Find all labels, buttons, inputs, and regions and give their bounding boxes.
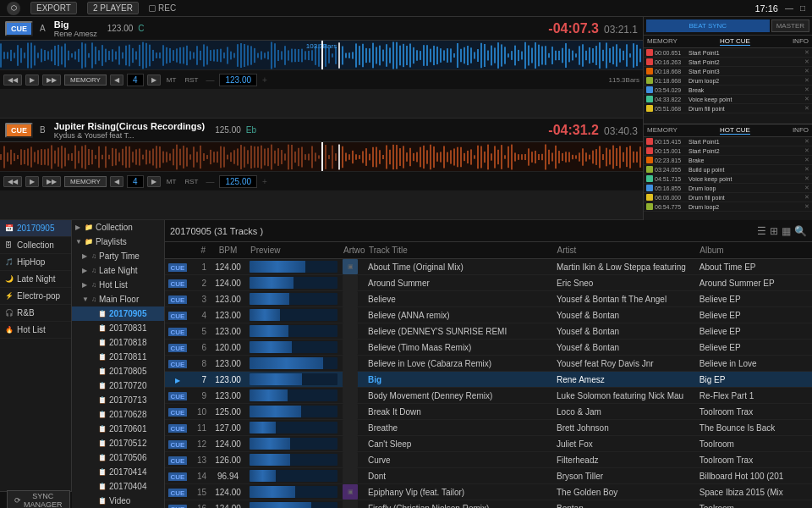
cue-item[interactable]: 00:00.651 Start Point1 ✕ <box>644 48 812 58</box>
tree-item-video[interactable]: 📋 Video <box>72 494 164 508</box>
tree-item-20170831[interactable]: 📋 20170831 <box>72 321 164 335</box>
cue-item[interactable]: 06:06.000 Drum fill point ✕ <box>644 193 812 202</box>
cue-button[interactable]: CUE <box>168 312 188 320</box>
cue-delete-icon[interactable]: ✕ <box>804 49 809 56</box>
table-row[interactable]: CUE 15 124.00 ▣ Epiphany Vip (feat. Tail… <box>165 484 812 500</box>
deck-a-fwd-btn[interactable]: ▶▶ <box>42 75 61 86</box>
cue-button[interactable]: CUE <box>168 295 188 304</box>
search-icon[interactable]: 🔍 <box>794 225 807 237</box>
table-row[interactable]: CUE 1 124.00 ▣ About Time (Original Mix)… <box>165 259 812 275</box>
cue-delete-icon[interactable]: ✕ <box>804 185 809 191</box>
tree-item-20170628[interactable]: 📋 20170628 <box>72 407 164 422</box>
cue-item[interactable]: 04:51.715 Voice keep point ✕ <box>644 174 812 184</box>
player-button[interactable]: 2 PLAYER <box>87 2 139 14</box>
hot-cue-tab-a[interactable]: HOT CUE <box>720 37 750 46</box>
cue-item[interactable]: 00:16.263 Start Point2 ✕ <box>644 58 812 67</box>
sidebar-item-hot-list[interactable]: 🔥 Hot List <box>0 322 71 339</box>
cue-button[interactable]: CUE <box>168 472 188 481</box>
table-row[interactable]: CUE 5 123.00 Believe (DENNEY'S SUNRISE R… <box>165 323 812 340</box>
cue-button[interactable]: CUE <box>168 279 188 288</box>
deck-a-next-btn[interactable]: ▶ <box>147 75 161 86</box>
cue-button[interactable]: CUE <box>168 344 188 352</box>
deck-a-prev-btn[interactable]: ◀ <box>110 75 123 86</box>
window-minimize[interactable]: — <box>785 3 793 13</box>
deck-a-play-btn[interactable]: ▶ <box>25 75 39 86</box>
cue-delete-icon[interactable]: ✕ <box>804 203 809 210</box>
deck-b-cue-button[interactable]: CUE <box>5 123 33 138</box>
tree-item-20170811[interactable]: 📋 20170811 <box>72 350 164 364</box>
deck-b-back-btn[interactable]: ◀◀ <box>3 176 22 187</box>
info-tab-a[interactable]: INFO <box>793 37 809 46</box>
tree-item-20170512[interactable]: 📋 20170512 <box>72 436 164 450</box>
cue-delete-icon[interactable]: ✕ <box>804 77 809 84</box>
memory-tab-a[interactable]: MEMORY <box>647 37 678 46</box>
cue-button[interactable]: CUE <box>168 489 188 497</box>
cue-delete-icon[interactable]: ✕ <box>804 58 809 65</box>
memory-tab-b[interactable]: MEMORY <box>647 126 678 135</box>
table-row[interactable]: CUE 14 96.94 Dont Bryson Tiller Billboar… <box>165 468 812 484</box>
deck-b-next-btn[interactable]: ▶ <box>147 176 161 187</box>
tree-item-20170818[interactable]: 📋 20170818 <box>72 335 164 350</box>
cue-delete-icon[interactable]: ✕ <box>804 68 809 75</box>
tree-item-collection[interactable]: ▶ 📁 Collection <box>72 220 164 235</box>
cue-button[interactable]: CUE <box>168 263 188 272</box>
table-row[interactable]: CUE 13 126.00 Curve Filterheadz Toolroom… <box>165 452 812 468</box>
tree-item-hot-list[interactable]: ▶ ♫ Hot List <box>72 278 164 292</box>
table-row[interactable]: CUE 3 123.00 Believe Yousef & Bontan ft … <box>165 291 812 307</box>
cue-button[interactable]: CUE <box>168 328 188 336</box>
tree-item-late-night[interactable]: ▶ ♫ Late Night <box>72 263 164 278</box>
cue-delete-icon[interactable]: ✕ <box>804 147 809 154</box>
cue-item[interactable]: 06:54.775 Drum loop2 ✕ <box>644 202 812 212</box>
master-button[interactable]: MASTER <box>771 19 809 32</box>
grid-view-icon[interactable]: ⊞ <box>770 225 778 237</box>
cue-delete-icon[interactable]: ✕ <box>804 175 809 182</box>
tree-item-20170414[interactable]: 📋 20170414 <box>72 465 164 479</box>
tree-item-20170506[interactable]: 📋 20170506 <box>72 450 164 465</box>
table-row[interactable]: CUE 8 123.00 Believe in Love (Cabarza Re… <box>165 356 812 372</box>
cue-delete-icon[interactable]: ✕ <box>804 86 809 93</box>
list-view-icon[interactable]: ☰ <box>757 225 766 237</box>
cue-button[interactable]: CUE <box>168 392 188 400</box>
sync-manager-button[interactable]: ⟳ SYNC MANAGER <box>7 490 70 509</box>
artwork-view-icon[interactable]: ▦ <box>782 225 791 237</box>
hot-cue-tab-b[interactable]: HOT CUE <box>720 126 750 135</box>
export-button[interactable]: EXPORT <box>30 2 77 14</box>
table-row[interactable]: CUE 9 123.00 Body Movement (Denney Remix… <box>165 388 812 404</box>
track-table-body[interactable]: CUE 1 124.00 ▣ About Time (Original Mix)… <box>165 259 812 508</box>
deck-b-memory-btn[interactable]: MEMORY <box>64 176 107 187</box>
cue-item[interactable]: 00:18.668 Start Point3 ✕ <box>644 67 812 76</box>
tree-item-20170601[interactable]: 📋 20170601 <box>72 422 164 436</box>
tree-item-playlists[interactable]: ▼ 📁 Playlists <box>72 235 164 249</box>
deck-a-cue-button[interactable]: CUE <box>5 21 33 36</box>
cue-delete-icon[interactable]: ✕ <box>804 105 809 112</box>
table-row[interactable]: CUE 16 124.00 Firefly (Christian Nielsen… <box>165 500 812 508</box>
cue-delete-icon[interactable]: ✕ <box>804 157 809 163</box>
table-row[interactable]: CUE 6 120.00 Believe (Timo Maas Remix) Y… <box>165 340 812 356</box>
cue-item[interactable]: 05:51.068 Drum fill point ✕ <box>644 104 812 113</box>
cue-item[interactable]: 03:54.029 Break ✕ <box>644 86 812 95</box>
cue-delete-icon[interactable]: ✕ <box>804 166 809 173</box>
table-row[interactable]: CUE 12 124.00 Can't Sleep Juliet Fox Too… <box>165 436 812 452</box>
beat-sync-button[interactable]: BEAT SYNC <box>646 19 770 32</box>
window-maximize[interactable]: □ <box>800 3 805 13</box>
deck-b-fwd-btn[interactable]: ▶▶ <box>42 176 61 187</box>
deck-b-prev-btn[interactable]: ◀ <box>110 176 123 187</box>
cue-item[interactable]: 00:15.001 Start Point2 ✕ <box>644 146 812 156</box>
cue-delete-icon[interactable]: ✕ <box>804 194 809 201</box>
cue-button[interactable]: CUE <box>168 408 188 417</box>
table-row[interactable]: CUE 4 123.00 Believe (ANNA remix) Yousef… <box>165 307 812 323</box>
cue-button[interactable]: CUE <box>168 424 188 433</box>
tree-item-20170805[interactable]: 📋 20170805 <box>72 364 164 378</box>
cue-item[interactable]: 04:33.822 Voice keep point ✕ <box>644 95 812 104</box>
rec-button[interactable]: REC <box>149 3 176 13</box>
cue-button[interactable]: CUE <box>168 456 188 465</box>
tree-item-party-time[interactable]: ▶ ♫ Party Time <box>72 249 164 263</box>
deck-a-memory-btn[interactable]: MEMORY <box>64 75 107 86</box>
tree-item-20170404[interactable]: 📋 20170404 <box>72 479 164 494</box>
sidebar-item-hiphop[interactable]: 🎵 HipHop <box>0 254 71 271</box>
cue-item[interactable]: 02:23.815 Brake ✕ <box>644 156 812 165</box>
tree-item-main-floor[interactable]: ▼ ♫ Main Floor <box>72 292 164 306</box>
sidebar-item-collection[interactable]: 🗄 Collection <box>0 237 71 254</box>
tree-item-20170720[interactable]: 📋 20170720 <box>72 378 164 393</box>
table-row[interactable]: CUE 2 124.00 Around Summer Eric Sneo Aro… <box>165 275 812 291</box>
